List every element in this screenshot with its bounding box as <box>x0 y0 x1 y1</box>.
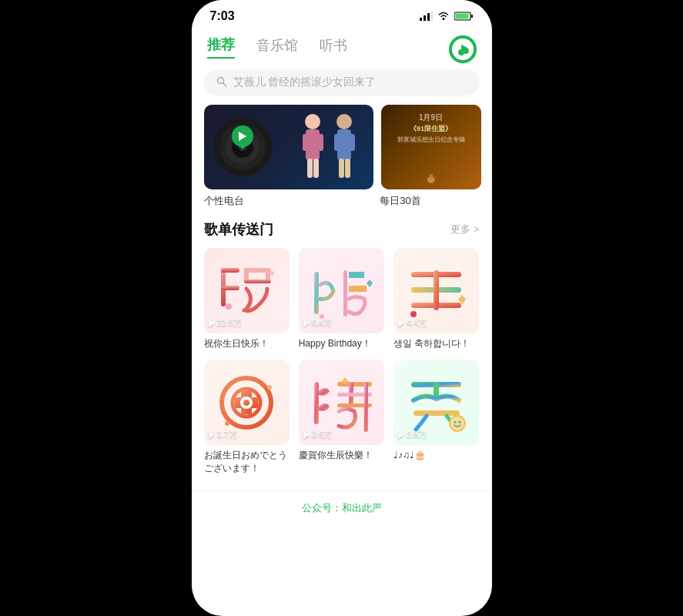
playlist-name-kuai: 慶賀你生辰快樂！ <box>299 449 384 462</box>
svg-rect-7 <box>455 14 468 19</box>
search-icon <box>216 76 227 89</box>
svg-rect-39 <box>244 280 271 283</box>
svg-rect-35 <box>221 286 239 290</box>
svg-point-27 <box>336 114 352 129</box>
svg-point-72 <box>458 420 460 423</box>
svg-rect-30 <box>349 134 355 151</box>
svg-rect-42 <box>314 272 319 314</box>
playlist-name-zhu: 祝你生日快乐！ <box>204 337 290 350</box>
play-count-le: 2.8万 <box>398 429 427 440</box>
search-placeholder: 艾薇儿 曾经的摇滚少女回来了 <box>233 75 377 89</box>
svg-rect-65 <box>364 382 368 432</box>
tab-recommend[interactable]: 推荐 <box>207 35 235 59</box>
svg-marker-44 <box>367 280 373 287</box>
svg-rect-31 <box>339 159 344 178</box>
section-header: 歌单传送门 更多 > <box>192 220 492 248</box>
battery-icon <box>454 12 474 21</box>
svg-rect-24 <box>317 134 323 151</box>
svg-point-21 <box>305 114 320 129</box>
svg-rect-3 <box>431 12 433 21</box>
status-time: 7:03 <box>210 9 235 23</box>
cover-art-kuai <box>306 368 376 437</box>
banner-labels: 个性电台 每日30首 <box>192 189 492 220</box>
section-title: 歌单传送门 <box>204 220 273 239</box>
footer-text: 公众号：和出此严 <box>302 502 382 514</box>
tab-audiobook[interactable]: 听书 <box>320 36 347 58</box>
signal-icon <box>420 12 433 21</box>
svg-point-40 <box>226 303 232 310</box>
svg-point-11 <box>458 49 464 55</box>
playlist-item-sheng[interactable]: 4.4万 생일 축하합니다！ <box>393 248 479 350</box>
playlist-cover-kuai: 2.6万 <box>299 360 384 445</box>
playlist-item-happy[interactable]: 6.4万 Happy Birthday！ <box>299 248 384 350</box>
svg-point-70 <box>450 416 465 431</box>
playlist-item-o[interactable]: 3.7万 お誕生日おめでとうございます！ <box>204 360 290 475</box>
svg-rect-60 <box>314 382 319 424</box>
svg-rect-69 <box>413 410 460 416</box>
status-bar: 7:03 <box>192 0 492 29</box>
svg-point-4 <box>442 18 444 20</box>
svg-rect-49 <box>434 270 439 310</box>
svg-rect-2 <box>427 13 430 21</box>
svg-point-41 <box>270 271 274 276</box>
svg-rect-34 <box>221 268 239 273</box>
playlist-cover-sheng: 4.4万 <box>393 248 479 333</box>
banner-label-daily: 每日30首 <box>380 194 479 208</box>
banner-daily-content: 1月9日 《91限住盟》 郭富城乐想生日纪念专辑 <box>389 112 474 144</box>
status-icons <box>420 12 474 21</box>
cover-art-happy <box>306 256 376 326</box>
svg-rect-32 <box>345 159 350 178</box>
playlist-cover-le: 2.8万 <box>393 360 479 445</box>
play-count-zhu: 22.5万 <box>209 317 242 329</box>
svg-rect-26 <box>313 159 319 178</box>
wifi-icon <box>437 12 450 21</box>
banner-daily-label-inner: 🎂 <box>426 173 437 183</box>
svg-point-57 <box>243 400 249 406</box>
cover-art-sheng <box>402 256 471 326</box>
svg-point-51 <box>410 311 417 317</box>
cover-art-zhu <box>212 256 281 326</box>
svg-point-59 <box>225 421 229 426</box>
svg-rect-1 <box>424 15 426 21</box>
play-count-kuai: 2.6万 <box>303 429 332 440</box>
banner-label-radio: 个性电台 <box>204 194 373 208</box>
svg-rect-25 <box>307 159 313 178</box>
section-more-button[interactable]: 更多 > <box>450 223 479 236</box>
play-count-o: 3.7万 <box>209 429 237 440</box>
playlist-name-o: お誕生日おめでとうございます！ <box>204 449 290 475</box>
playlist-name-le: ♩♪♫♩🎂 <box>393 449 479 462</box>
avatar[interactable] <box>449 35 477 63</box>
playlist-name-sheng: 생일 축하합니다！ <box>393 337 479 350</box>
playlist-row-1: 22.5万 祝你生日快乐！ <box>192 248 492 350</box>
playlist-cover-zhu: 22.5万 <box>204 248 290 333</box>
svg-rect-23 <box>303 134 309 151</box>
svg-rect-6 <box>471 15 473 18</box>
banner-row: 1月9日 《91限住盟》 郭富城乐想生日纪念专辑 🎂 <box>192 105 492 189</box>
cover-art-o <box>212 368 281 437</box>
playlist-item-zhu[interactable]: 22.5万 祝你生日快乐！ <box>204 248 290 350</box>
banner-characters <box>300 112 358 182</box>
playlist-item-kuai[interactable]: 2.6万 慶賀你生辰快樂！ <box>299 360 384 475</box>
play-count-sheng: 4.4万 <box>398 317 427 329</box>
search-bar[interactable]: 艾薇儿 曾经的摇滚少女回来了 <box>204 69 480 95</box>
nav-tabs: 推荐 音乐馆 听书 <box>192 29 492 66</box>
play-button[interactable] <box>232 126 253 147</box>
svg-rect-0 <box>420 18 422 21</box>
playlist-cover-happy: 6.4万 <box>299 248 384 333</box>
banner-card-daily[interactable]: 1月9日 《91限住盟》 郭富城乐想生日纪念专辑 🎂 <box>381 105 481 189</box>
playlist-cover-o: 3.7万 <box>204 360 290 445</box>
svg-rect-29 <box>334 134 340 151</box>
play-count-happy: 6.4万 <box>303 317 332 329</box>
tab-music-hall[interactable]: 音乐馆 <box>256 36 298 58</box>
playlist-row-2: 3.7万 お誕生日おめでとうございます！ <box>192 350 492 475</box>
banner-card-radio[interactable] <box>204 105 373 189</box>
playlist-name-happy: Happy Birthday！ <box>299 337 384 350</box>
phone-frame: 7:03 推荐 音乐馆 听书 <box>192 0 492 616</box>
cover-art-le <box>402 368 471 437</box>
footer: 公众号：和出此严 <box>192 490 492 531</box>
svg-point-58 <box>267 385 272 390</box>
svg-point-71 <box>454 420 456 423</box>
playlist-item-le[interactable]: 2.8万 ♩♪♫♩🎂 <box>393 360 479 475</box>
svg-rect-43 <box>343 270 347 316</box>
svg-line-13 <box>223 82 226 86</box>
